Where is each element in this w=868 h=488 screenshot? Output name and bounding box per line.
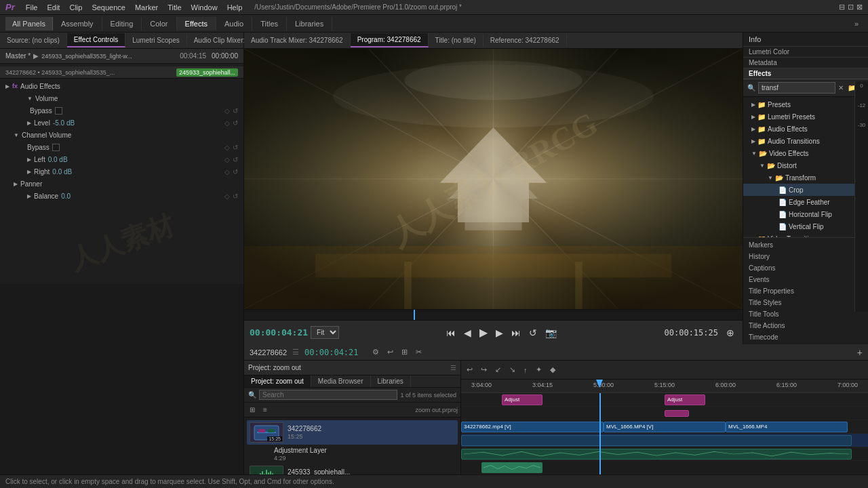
camera-btn[interactable]: 📷 [542, 326, 559, 340]
timeline-add-btn[interactable]: + [857, 347, 863, 358]
tree-crop[interactable]: 📄 Crop [743, 184, 868, 196]
cv-bypass-checkbox[interactable] [52, 144, 60, 151]
tab-color[interactable]: Color [142, 17, 176, 30]
balance-value[interactable]: 0.0 [61, 192, 95, 200]
tab-program[interactable]: Program: 342278662 [351, 33, 429, 47]
metadata-section[interactable]: Metadata [743, 58, 868, 68]
timeline-settings-btn[interactable]: ⚙ [370, 346, 382, 358]
tab-libraries[interactable]: Libraries [287, 17, 332, 30]
step-fwd-btn[interactable]: ▶ [493, 326, 506, 340]
title-properties-section[interactable]: Title Properties [743, 285, 868, 297]
project-item-adjustment[interactable]: Adjustment Layer 4:29 [247, 445, 458, 464]
cv-bypass-stopwatch[interactable]: ◇ [224, 144, 230, 151]
tab-effect-controls[interactable]: Effect Controls [67, 33, 125, 47]
tree-video-effects[interactable]: ▼ 📂 Video Effects [743, 147, 868, 159]
v2-clip-1[interactable] [665, 410, 689, 417]
tree-vertical-flip[interactable]: 📄 Vertical Flip [743, 220, 868, 232]
menu-item-clip[interactable]: Clip [65, 2, 86, 13]
menu-item-file[interactable]: File [22, 2, 42, 13]
v3-clip-1[interactable]: Adjust [502, 394, 542, 405]
project-search-input[interactable] [259, 390, 397, 400]
proj-tab-media-browser[interactable]: Media Browser [311, 375, 371, 387]
volume-group[interactable]: ▼ Volume [0, 92, 243, 104]
tree-lumetri-presets[interactable]: ▶ 📁 Lumetri Presets [743, 110, 868, 123]
tree-transform[interactable]: ▼ 📂 Transform [743, 171, 868, 184]
menu-item-edit[interactable]: Edit [43, 2, 64, 13]
level-reset[interactable]: ↺ [233, 119, 238, 127]
seq-menu-icon[interactable]: ☰ [292, 348, 299, 357]
tab-effects[interactable]: Effects [177, 17, 216, 30]
channel-volume-group[interactable]: ▼ Channel Volume [0, 129, 243, 141]
timeline-timecode[interactable]: 00:00:04:21 [304, 348, 358, 357]
project-menu-icon[interactable]: ☰ [450, 364, 456, 371]
tab-titles[interactable]: Titles [252, 17, 287, 30]
tl-overwrite-btn[interactable]: ↘ [507, 364, 518, 375]
list-view-btn[interactable]: ≡ [260, 405, 270, 415]
project-item-audio[interactable]: 6:16 245933_sophiehall... 6:16:188 [247, 464, 458, 474]
tree-presets[interactable]: ▶ 📁 Presets [743, 98, 868, 110]
tab-editing[interactable]: Editing [102, 17, 142, 30]
fit-dropdown[interactable]: Fit [311, 326, 339, 339]
tree-horizontal-flip[interactable]: 📄 Horizontal Flip [743, 208, 868, 220]
tab-title[interactable]: Title: (no title) [429, 34, 484, 47]
level-value[interactable]: -5.0 dB [53, 119, 87, 127]
markers-section[interactable]: Markers [743, 239, 868, 251]
left-stopwatch[interactable]: ◇ [224, 156, 230, 163]
level-stopwatch[interactable]: ◇ [224, 119, 230, 127]
bypass-checkbox[interactable] [55, 107, 62, 115]
all-panels-tab[interactable]: All Panels [5, 17, 53, 30]
tree-edge-feather[interactable]: 📄 Edge Feather [743, 196, 868, 208]
loop-btn[interactable]: ↺ [526, 326, 540, 340]
events-section[interactable]: Events [743, 274, 868, 285]
go-to-out-btn[interactable]: ⏭ [509, 326, 524, 340]
timeline-add-mark-btn[interactable]: ↩ [384, 346, 396, 358]
v1-clip-1[interactable]: 342278662.mp4 [V] [461, 422, 604, 432]
tree-audio-effects[interactable]: ▶ 📁 Audio Effects [743, 123, 868, 135]
left-value[interactable]: 0.0 dB [48, 156, 82, 163]
clear-search-btn[interactable]: ✕ [838, 84, 844, 92]
expand-panels-btn[interactable]: » [850, 18, 863, 29]
title-actions-section[interactable]: Title Actions [743, 320, 868, 331]
project-item-sequence[interactable]: 15:25 342278662 15:25 [247, 420, 458, 445]
tl-insert-btn[interactable]: ↙ [492, 364, 504, 375]
timeline-razor-btn[interactable]: ✂ [413, 346, 425, 358]
tree-video-transitions[interactable]: ▶ 📁 Video Transitions [743, 232, 868, 237]
tab-source[interactable]: Source: (no clips) [0, 34, 67, 47]
tab-lumetri-scopes[interactable]: Lumetri Scopes [125, 34, 186, 47]
monitor-timebar[interactable] [244, 309, 743, 320]
proj-tab-libraries[interactable]: Libraries [371, 375, 411, 387]
title-styles-section[interactable]: Title Styles [743, 297, 868, 308]
captions-section[interactable]: Captions [743, 262, 868, 274]
tab-assembly[interactable]: Assembly [53, 17, 102, 30]
settings-btn[interactable]: ⊕ [724, 326, 737, 340]
step-back-btn[interactable]: ◀ [461, 326, 474, 340]
tree-distort[interactable]: ▼ 📂 Distort [743, 159, 868, 171]
menu-item-title[interactable]: Title [163, 2, 185, 13]
v3-clip-2[interactable]: Adjust [665, 394, 705, 405]
tab-reference[interactable]: Reference: 342278662 [484, 34, 567, 47]
play-stop-btn[interactable]: ▶ [477, 325, 490, 340]
menu-item-help[interactable]: Help [223, 2, 247, 13]
right-reset[interactable]: ↺ [233, 168, 238, 176]
bypass-reset[interactable]: ↺ [233, 107, 238, 115]
bypass-stopwatch[interactable]: ◇ [224, 107, 230, 115]
tl-fwd-btn[interactable]: ↪ [478, 364, 490, 375]
audio-effects-header[interactable]: ▶ fx Audio Effects [0, 80, 243, 92]
tl-keyframe-btn[interactable]: ◆ [547, 364, 558, 375]
right-value[interactable]: 0.0 dB [52, 168, 86, 176]
a1-clip[interactable] [461, 435, 852, 446]
tl-back-btn[interactable]: ↩ [464, 364, 475, 375]
timeline-snap-btn[interactable]: ⊞ [399, 346, 410, 358]
effects-search-input[interactable] [758, 82, 835, 94]
tl-lift-btn[interactable]: ↑ [521, 365, 530, 375]
tree-audio-transitions[interactable]: ▶ 📁 Audio Transitions [743, 135, 868, 147]
title-tools-section[interactable]: Title Tools [743, 308, 868, 320]
clip-badge[interactable]: 245933_sophiehall... [176, 68, 238, 77]
program-timecode[interactable]: 00:00:04:21 [250, 327, 308, 338]
a2-clip[interactable] [461, 449, 852, 460]
effects-section-label[interactable]: Effects [743, 68, 868, 79]
a3-clip[interactable] [481, 462, 542, 473]
lumetri-color-section[interactable]: Lumetri Color [743, 47, 868, 58]
menu-item-marker[interactable]: Marker [131, 2, 162, 13]
timecode-section[interactable]: Timecode [743, 331, 868, 343]
